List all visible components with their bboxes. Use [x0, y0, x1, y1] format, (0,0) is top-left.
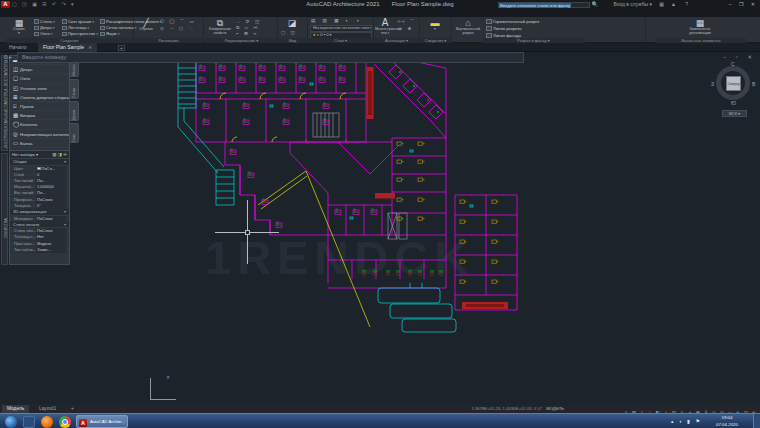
apps-icon[interactable]: ▲: [671, 0, 676, 9]
tools-button[interactable]: ▦ Сервис ▾: [8, 18, 30, 36]
viewcube[interactable]: С В Ю З Сверху МСК ▾: [712, 62, 756, 124]
property-section-1[interactable]: 3D-визуализация▾: [10, 209, 69, 216]
tab-layout1[interactable]: Layout1: [34, 405, 61, 413]
title-bar: A ▢ ◳ ▣ ⊟ ↶ ↷ ▾ AutoCAD Architecture 202…: [0, 0, 760, 9]
annotation-mini-icons-row1[interactable]: ⟷ ⌒: [398, 19, 416, 25]
palette-tool-2[interactable]: ▢Окно: [10, 74, 69, 83]
tool-glyph-icon: ◫: [13, 65, 20, 74]
chevron-down-icon: ▾: [92, 19, 94, 25]
draw-mini-icons-row1[interactable]: ⬠ ◯ ⌒ ▭: [160, 19, 196, 25]
property-row[interactable]: Толщина0": [10, 203, 69, 209]
firefox-icon[interactable]: [41, 416, 53, 428]
show-desktop-button[interactable]: [753, 414, 760, 428]
compass-north[interactable]: С: [731, 61, 735, 67]
model-space-button[interactable]: МОДЕЛЬ: [546, 405, 564, 413]
view-button[interactable]: ◪: [281, 18, 303, 28]
add-layout-button[interactable]: +: [66, 405, 79, 413]
palette-tab-2[interactable]: Двери: [70, 101, 79, 121]
close-icon[interactable]: ✕: [88, 45, 92, 50]
palette-tab-3[interactable]: Окна: [70, 123, 79, 143]
section-item-button[interactable]: Горизонтальный разрез: [486, 18, 539, 25]
property-row[interactable]: МатериалПоСлою: [10, 216, 69, 222]
layer-mini-icons[interactable]: ▤ ▥ ▦ ◐ ◑: [311, 18, 362, 24]
new-tab-button[interactable]: +: [118, 45, 125, 51]
furniture-layer: [199, 65, 499, 283]
search-input[interactable]: Введите ключевое слово или фразу: [498, 2, 590, 8]
tool-palette-titlebar[interactable]: ИНСТРУМЕНТАЛЬНЫЕ ПАЛИТРЫ - ВСЕ ПАЛИТРЫ: [1, 55, 8, 151]
section-item-button[interactable]: Линия разреза: [486, 25, 539, 32]
view-mini-icons[interactable]: ▢ ◫: [281, 30, 297, 36]
help-icon[interactable]: ?: [685, 0, 688, 9]
detail-components-button[interactable]: ▦ Компоненты детализации: [680, 18, 720, 36]
command-bar: ⚙▸ Введите команду: [0, 52, 524, 63]
viewcube-top-face[interactable]: Сверху: [726, 76, 741, 91]
property-label: Материал: [10, 216, 36, 222]
palette-tool-5[interactable]: ⌸Проем: [10, 102, 69, 111]
tool-glyph-icon: ⊞: [13, 93, 20, 102]
palette-tool-1[interactable]: ◫Дверь: [10, 65, 69, 74]
taskbar: A AutoCAD Archite... ▴ ◗ ▮ ⚑ 19:04 07.04…: [0, 413, 760, 428]
window-controls[interactable]: – ❐ ✕: [729, 0, 758, 9]
tool-palette: ▬Стена◫Дверь▢Окно◰Угловое окно⊞Оконно-дв…: [9, 55, 70, 151]
system-tray[interactable]: ▴ ◗ ▮ ⚑: [671, 414, 702, 428]
property-value[interactable]: Завис...: [36, 247, 66, 253]
doc-title: Floor Plan Sample.dwg: [392, 1, 454, 7]
annotation-mini-icons-row2[interactable]: ▭ ⊕: [398, 26, 413, 32]
property-section-0[interactable]: Общие▾: [10, 159, 69, 166]
guides-layer: [220, 93, 370, 327]
status-toggles: ⌗▦∠⊥◧⌖▥≡+▣A◎⚙▭✛▤≣: [622, 405, 758, 413]
property-row[interactable]: Тип табли...Завис...: [10, 247, 69, 253]
compass-west[interactable]: З: [711, 81, 714, 87]
chrome-icon[interactable]: [59, 416, 71, 428]
panel-build: ▦ Сервис ▾ Стена▾Дверь▾Окно▾Скат крыши▾Л…: [6, 17, 134, 43]
palette-tool-8[interactable]: ◎Направляющая колонна: [10, 130, 69, 139]
properties-palette: Нет выбора ▾ ▦ ◨ ✛ Общие▾ЦветПоСл...Слой…: [9, 150, 70, 265]
property-label: Толщина: [10, 203, 36, 209]
cart-icon[interactable]: ▦: [659, 0, 664, 9]
palette-tool-7[interactable]: ◯Колонна: [10, 120, 69, 129]
property-value[interactable]: 0": [36, 203, 66, 209]
ribbon: ▦ Сервис ▾ Стена▾Дверь▾Окно▾Скат крыши▾Л…: [0, 17, 760, 43]
vertical-section-button[interactable]: ⌂ Вертикальный разрез: [455, 18, 481, 36]
tool-glyph-icon: ▦: [13, 111, 20, 120]
ucs-dropdown[interactable]: МСК ▾: [722, 110, 747, 117]
start-tab[interactable]: Начало: [4, 43, 31, 52]
measure-button[interactable]: ▬ ▾: [424, 18, 446, 32]
properties-titlebar[interactable]: СВОЙСТВА: [1, 153, 8, 265]
autocad-taskbar-button[interactable]: A AutoCAD Archite...: [76, 415, 128, 428]
palette-tab-1[interactable]: Стены: [70, 79, 79, 99]
drawing-window-controls[interactable]: ‒ ▫ ✕: [723, 54, 756, 60]
layer-state-dropdown[interactable]: Несохраненное состояние слоя ▾: [310, 25, 372, 32]
mtext-button[interactable]: А Многострочный текст: [375, 18, 395, 36]
tool-glyph-icon: ▢: [13, 74, 20, 83]
gray-layer: [313, 113, 407, 239]
tool-icon: [34, 19, 39, 24]
ribbon-tab-bar: ГлавнаяВставкаАннотацииВизуализацияВидУп…: [0, 9, 760, 17]
quick-select-icon[interactable]: ▦ ◨ ✛: [52, 151, 67, 159]
match-properties-button[interactable]: ⧉ Копирование свойств: [207, 18, 233, 36]
palette-tool-9[interactable]: ▭Балка: [10, 139, 69, 148]
palette-tool-6[interactable]: ▦Витраж: [10, 111, 69, 120]
start-button[interactable]: [5, 416, 17, 428]
property-section-2[interactable]: Стиль печати▾: [10, 222, 69, 229]
compass-south[interactable]: Ю: [731, 100, 736, 106]
object-type-dropdown[interactable]: Нет выбора ▾ ▦ ◨ ✛: [10, 151, 69, 159]
line-button[interactable]: ╱ Отрезок: [135, 18, 157, 32]
sign-in-button[interactable]: Вход в службы ▾: [614, 0, 652, 9]
draw-mini-icons-row2[interactable]: ⊙ ～ ⬡ ⋱: [160, 26, 195, 32]
modify-mini-icons-row3[interactable]: ⌐ ⊞ ⌯: [236, 31, 259, 37]
taskbar-clock[interactable]: 19:04 07.04.2020: [706, 415, 748, 428]
tab-model[interactable]: Модель: [2, 405, 29, 413]
palette-tool-3[interactable]: ◰Угловое окно: [10, 84, 69, 93]
command-input[interactable]: Введите команду: [17, 52, 524, 63]
search-icon[interactable]: 🔍: [592, 0, 598, 9]
tool-glyph-icon: ◎: [13, 130, 20, 139]
doc-tab[interactable]: Floor Plan Sample✕: [38, 43, 97, 52]
command-tools[interactable]: ⚙▸: [0, 52, 16, 63]
property-value[interactable]: ПоСлою: [36, 216, 66, 222]
palette-tool-4[interactable]: ⊞Оконно-дверная сборка: [10, 93, 69, 102]
taskbar-app-icon[interactable]: [23, 416, 35, 428]
panel-details: ▦ Компоненты детализации Выносные элемен…: [646, 17, 756, 43]
drawing-canvas[interactable]: 1RENDCK ‒ ▫ ✕: [0, 52, 760, 405]
compass-east[interactable]: В: [752, 81, 755, 87]
